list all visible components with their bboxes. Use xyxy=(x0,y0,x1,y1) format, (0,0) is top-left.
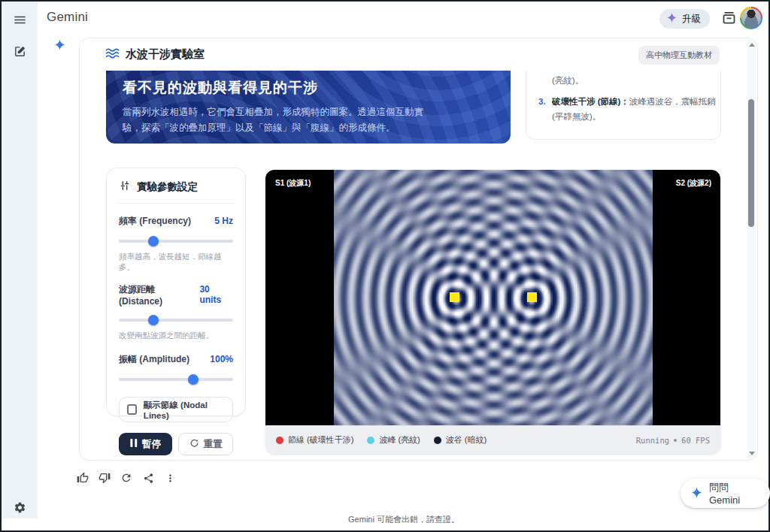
upgrade-button[interactable]: 升級 xyxy=(659,9,710,29)
disclaimer-text: Gemini 可能會出錯，請查證。 xyxy=(38,514,770,525)
legend-label: 波峰 (亮紋) xyxy=(379,434,420,446)
response-sparkle-icon xyxy=(53,38,66,54)
scroll-up-arrow[interactable] xyxy=(749,43,755,47)
printer-icon xyxy=(721,15,737,28)
divider xyxy=(117,203,235,204)
pause-button[interactable]: 暫停 xyxy=(119,433,172,455)
thumbs-up-button[interactable] xyxy=(74,471,91,488)
app-title-row: 水波干涉實驗室 xyxy=(105,47,205,62)
simulation-legend-bar: 節線 (破壞性干涉) 波峰 (亮紋) 波谷 (暗紋) Running 60 FP… xyxy=(265,425,720,454)
left-sidebar xyxy=(2,2,38,518)
reset-button[interactable]: 重置 xyxy=(178,433,233,455)
gemini-sparkle-icon xyxy=(690,486,703,501)
legend-label: 波谷 (暗紋) xyxy=(446,434,487,446)
thumbs-down-icon xyxy=(99,472,111,487)
app-scroll-viewport: 看不見的波動與看得見的干涉 當兩列水波相遇時，它們會互相疊加，形成獨特的圖案。透… xyxy=(80,71,758,461)
app-scrollbar[interactable] xyxy=(747,39,756,459)
scroll-down-arrow[interactable] xyxy=(749,452,755,455)
slider-thumb[interactable] xyxy=(148,315,159,325)
hero-body: 當兩列水波相遇時，它們會互相疊加，形成獨特的圖案。透過這個互動實驗，探索「波的疊… xyxy=(123,104,432,136)
wave-canvas-area[interactable]: S1 (波源1) S2 (波源2) xyxy=(265,170,720,425)
slider-track xyxy=(119,240,233,243)
menu-button[interactable] xyxy=(8,9,32,33)
slider-track xyxy=(119,378,233,381)
parameters-panel: 實驗參數設定 頻率 (Frequency) 5 Hz 頻率越高，波長越短，節線越… xyxy=(106,168,246,416)
checkbox-label: 顯示節線 (Nodal Lines) xyxy=(144,400,225,420)
panel-title-row: 實驗參數設定 xyxy=(119,180,233,194)
refresh-icon xyxy=(120,472,132,487)
amplitude-row: 振幅 (Amplitude) 100% xyxy=(119,353,233,366)
ask-gemini-button[interactable]: 問問 Gemini xyxy=(681,479,770,508)
slider-thumb[interactable] xyxy=(188,374,199,385)
slider-thumb[interactable] xyxy=(148,236,159,246)
gemini-sparkle-icon xyxy=(666,12,678,26)
item2-line2: (亮紋)。 xyxy=(552,73,716,88)
amplitude-slider[interactable] xyxy=(119,374,233,385)
app-header: 水波干涉實驗室 高中物理互動教材 xyxy=(80,38,757,71)
theory-card: 2. 建設性干涉 (腹線)：波峰遇波峰，震幅加倍 (亮紋)。 3. 破壞性干涉 … xyxy=(526,71,721,140)
app-title: 水波干涉實驗室 xyxy=(126,47,205,62)
source1-marker[interactable] xyxy=(450,292,459,302)
scrollbar-thumb[interactable] xyxy=(748,99,754,227)
gemini-window: Gemini 升級 水波干涉實驗室 高中物理互動教材 看不 xyxy=(0,0,770,532)
status-running: Running xyxy=(636,436,669,445)
distance-slider[interactable] xyxy=(119,315,233,325)
more-options-button[interactable] xyxy=(162,471,178,488)
legend-dot-navy xyxy=(434,437,441,444)
theory-item-2: 2. 建設性干涉 (腹線)：波峰遇波峰，震幅加倍 (亮紋)。 xyxy=(538,71,708,88)
app-wordmark: Gemini xyxy=(47,10,88,25)
account-avatar[interactable] xyxy=(740,7,762,29)
frequency-slider[interactable] xyxy=(119,236,233,246)
frequency-label: 頻率 (Frequency) xyxy=(119,215,191,228)
distance-row: 波源距離 (Distance) 30 units xyxy=(119,283,233,307)
distance-label: 波源距離 (Distance) xyxy=(119,283,199,307)
interference-canvas[interactable] xyxy=(334,170,653,425)
pause-label: 暫停 xyxy=(142,438,161,451)
item3-text2: (平靜無波)。 xyxy=(552,109,716,124)
thumbs-up-icon xyxy=(77,472,89,487)
slider-track xyxy=(119,319,233,322)
waves-icon xyxy=(105,47,120,62)
amplitude-value: 100% xyxy=(210,354,233,364)
share-button[interactable] xyxy=(140,471,156,488)
nodal-lines-checkbox-row[interactable]: 顯示節線 (Nodal Lines) xyxy=(119,397,233,422)
settings-button[interactable] xyxy=(8,497,32,521)
panel-title: 實驗參數設定 xyxy=(137,180,198,194)
regenerate-button[interactable] xyxy=(118,471,135,488)
share-icon xyxy=(143,473,154,487)
amplitude-label: 振幅 (Amplitude) xyxy=(119,353,189,366)
frequency-row: 頻率 (Frequency) 5 Hz xyxy=(119,215,233,228)
response-actions xyxy=(74,471,178,488)
reset-icon xyxy=(189,438,199,450)
legend-label: 節線 (破壞性干涉) xyxy=(288,434,353,446)
new-chat-button[interactable] xyxy=(8,41,32,65)
distance-hint: 改變兩點波源之間的距離。 xyxy=(119,331,233,341)
thumbs-down-button[interactable] xyxy=(96,471,113,488)
distance-value: 30 units xyxy=(199,284,233,305)
interactive-app-frame: 水波干涉實驗室 高中物理互動教材 看不見的波動與看得見的干涉 當兩列水波相遇時，… xyxy=(79,38,758,461)
theory-item-3: 3. 破壞性干涉 (節線)：波峰遇波谷，震幅抵銷 (平靜無波)。 xyxy=(538,94,708,124)
ask-gemini-label: 問問 Gemini xyxy=(709,481,758,506)
legend-nodal: 節線 (破壞性干涉) xyxy=(276,434,353,446)
legend-crest: 波峰 (亮紋) xyxy=(367,434,420,446)
item3-text: 波峰遇波谷，震幅抵銷 xyxy=(629,97,716,106)
item-number: 3. xyxy=(538,94,552,124)
status-dot xyxy=(674,439,677,442)
hero-banner: 看不見的波動與看得見的干涉 當兩列水波相遇時，它們會互相疊加，形成獨特的圖案。透… xyxy=(106,71,511,144)
gear-icon xyxy=(14,501,26,517)
upgrade-label: 升級 xyxy=(682,13,701,26)
frequency-hint: 頻率越高，波長越短，節線越多。 xyxy=(119,252,233,273)
simulation-panel: S1 (波源1) S2 (波源2) 節線 (破壞性干涉) 波峰 (亮紋) xyxy=(265,170,720,454)
avatar-photo xyxy=(741,8,761,28)
item3-title: 破壞性干涉 (節線)： xyxy=(552,97,629,106)
app-badge: 高中物理互動教材 xyxy=(638,46,720,65)
legend-trough: 波谷 (暗紋) xyxy=(434,434,487,446)
print-button[interactable] xyxy=(721,10,737,29)
frequency-value: 5 Hz xyxy=(214,216,233,226)
source2-marker[interactable] xyxy=(527,292,537,302)
hero-title: 看不見的波動與看得見的干涉 xyxy=(123,78,491,98)
edit-icon xyxy=(14,45,26,61)
fps-value: 60 FPS xyxy=(681,436,710,445)
legend-dot-cyan xyxy=(367,437,374,444)
checkbox[interactable] xyxy=(127,404,137,415)
